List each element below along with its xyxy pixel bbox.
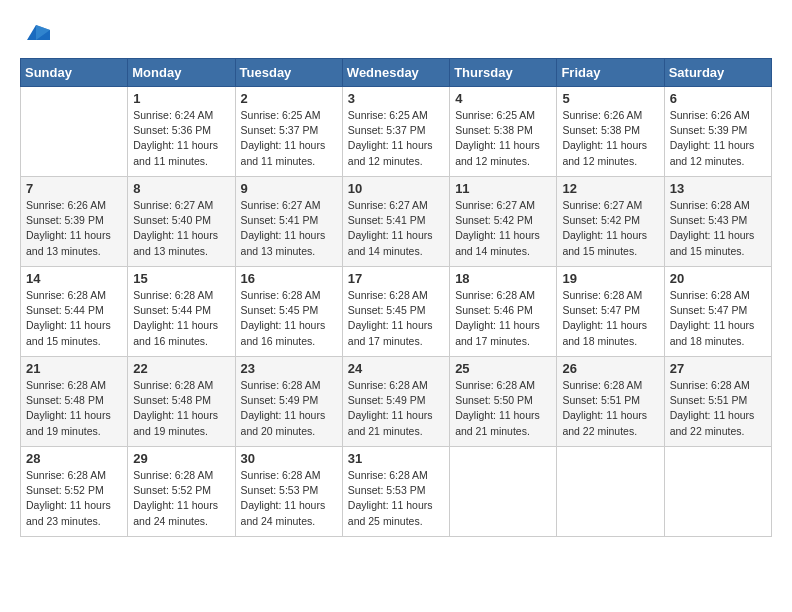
- day-info: Sunrise: 6:28 AM Sunset: 5:45 PM Dayligh…: [241, 288, 337, 349]
- day-number: 19: [562, 271, 658, 286]
- daylight-text: Daylight: 11 hours and 14 minutes.: [455, 229, 540, 256]
- day-info: Sunrise: 6:27 AM Sunset: 5:41 PM Dayligh…: [241, 198, 337, 259]
- sunset-text: Sunset: 5:37 PM: [241, 124, 319, 136]
- weekday-header-saturday: Saturday: [664, 59, 771, 87]
- calendar-cell: 27 Sunrise: 6:28 AM Sunset: 5:51 PM Dayl…: [664, 357, 771, 447]
- calendar-cell: 9 Sunrise: 6:27 AM Sunset: 5:41 PM Dayli…: [235, 177, 342, 267]
- weekday-header-sunday: Sunday: [21, 59, 128, 87]
- daylight-text: Daylight: 11 hours and 16 minutes.: [241, 319, 326, 346]
- day-info: Sunrise: 6:28 AM Sunset: 5:43 PM Dayligh…: [670, 198, 766, 259]
- sunrise-text: Sunrise: 6:27 AM: [133, 199, 213, 211]
- daylight-text: Daylight: 11 hours and 22 minutes.: [670, 409, 755, 436]
- daylight-text: Daylight: 11 hours and 20 minutes.: [241, 409, 326, 436]
- calendar-cell: [664, 447, 771, 537]
- day-number: 5: [562, 91, 658, 106]
- sunset-text: Sunset: 5:52 PM: [26, 484, 104, 496]
- calendar-cell: 15 Sunrise: 6:28 AM Sunset: 5:44 PM Dayl…: [128, 267, 235, 357]
- sunset-text: Sunset: 5:42 PM: [455, 214, 533, 226]
- day-info: Sunrise: 6:28 AM Sunset: 5:53 PM Dayligh…: [241, 468, 337, 529]
- daylight-text: Daylight: 11 hours and 15 minutes.: [670, 229, 755, 256]
- daylight-text: Daylight: 11 hours and 19 minutes.: [26, 409, 111, 436]
- sunrise-text: Sunrise: 6:28 AM: [241, 379, 321, 391]
- sunset-text: Sunset: 5:47 PM: [670, 304, 748, 316]
- sunset-text: Sunset: 5:45 PM: [241, 304, 319, 316]
- calendar-week-row: 7 Sunrise: 6:26 AM Sunset: 5:39 PM Dayli…: [21, 177, 772, 267]
- day-number: 8: [133, 181, 229, 196]
- calendar-cell: 31 Sunrise: 6:28 AM Sunset: 5:53 PM Dayl…: [342, 447, 449, 537]
- daylight-text: Daylight: 11 hours and 21 minutes.: [455, 409, 540, 436]
- sunrise-text: Sunrise: 6:26 AM: [562, 109, 642, 121]
- day-number: 13: [670, 181, 766, 196]
- sunrise-text: Sunrise: 6:27 AM: [562, 199, 642, 211]
- sunset-text: Sunset: 5:51 PM: [670, 394, 748, 406]
- sunrise-text: Sunrise: 6:25 AM: [241, 109, 321, 121]
- daylight-text: Daylight: 11 hours and 21 minutes.: [348, 409, 433, 436]
- sunrise-text: Sunrise: 6:25 AM: [455, 109, 535, 121]
- daylight-text: Daylight: 11 hours and 11 minutes.: [241, 139, 326, 166]
- sunrise-text: Sunrise: 6:28 AM: [562, 379, 642, 391]
- calendar-cell: 2 Sunrise: 6:25 AM Sunset: 5:37 PM Dayli…: [235, 87, 342, 177]
- sunset-text: Sunset: 5:43 PM: [670, 214, 748, 226]
- day-number: 31: [348, 451, 444, 466]
- daylight-text: Daylight: 11 hours and 25 minutes.: [348, 499, 433, 526]
- sunset-text: Sunset: 5:52 PM: [133, 484, 211, 496]
- day-info: Sunrise: 6:28 AM Sunset: 5:51 PM Dayligh…: [562, 378, 658, 439]
- daylight-text: Daylight: 11 hours and 24 minutes.: [133, 499, 218, 526]
- sunrise-text: Sunrise: 6:28 AM: [241, 469, 321, 481]
- calendar-cell: 1 Sunrise: 6:24 AM Sunset: 5:36 PM Dayli…: [128, 87, 235, 177]
- day-info: Sunrise: 6:27 AM Sunset: 5:42 PM Dayligh…: [562, 198, 658, 259]
- day-number: 24: [348, 361, 444, 376]
- day-number: 6: [670, 91, 766, 106]
- sunset-text: Sunset: 5:48 PM: [26, 394, 104, 406]
- day-number: 17: [348, 271, 444, 286]
- day-info: Sunrise: 6:25 AM Sunset: 5:37 PM Dayligh…: [241, 108, 337, 169]
- sunrise-text: Sunrise: 6:28 AM: [348, 289, 428, 301]
- sunset-text: Sunset: 5:50 PM: [455, 394, 533, 406]
- day-number: 14: [26, 271, 122, 286]
- day-info: Sunrise: 6:28 AM Sunset: 5:49 PM Dayligh…: [241, 378, 337, 439]
- sunset-text: Sunset: 5:36 PM: [133, 124, 211, 136]
- day-number: 12: [562, 181, 658, 196]
- calendar-cell: 26 Sunrise: 6:28 AM Sunset: 5:51 PM Dayl…: [557, 357, 664, 447]
- sunset-text: Sunset: 5:39 PM: [26, 214, 104, 226]
- day-number: 2: [241, 91, 337, 106]
- daylight-text: Daylight: 11 hours and 13 minutes.: [133, 229, 218, 256]
- day-number: 11: [455, 181, 551, 196]
- calendar-cell: 18 Sunrise: 6:28 AM Sunset: 5:46 PM Dayl…: [450, 267, 557, 357]
- sunrise-text: Sunrise: 6:28 AM: [133, 469, 213, 481]
- sunrise-text: Sunrise: 6:28 AM: [670, 289, 750, 301]
- calendar-cell: 23 Sunrise: 6:28 AM Sunset: 5:49 PM Dayl…: [235, 357, 342, 447]
- sunset-text: Sunset: 5:44 PM: [26, 304, 104, 316]
- sunrise-text: Sunrise: 6:24 AM: [133, 109, 213, 121]
- day-info: Sunrise: 6:28 AM Sunset: 5:47 PM Dayligh…: [670, 288, 766, 349]
- calendar-cell: 21 Sunrise: 6:28 AM Sunset: 5:48 PM Dayl…: [21, 357, 128, 447]
- day-number: 29: [133, 451, 229, 466]
- sunrise-text: Sunrise: 6:26 AM: [670, 109, 750, 121]
- sunrise-text: Sunrise: 6:28 AM: [348, 469, 428, 481]
- daylight-text: Daylight: 11 hours and 19 minutes.: [133, 409, 218, 436]
- day-info: Sunrise: 6:26 AM Sunset: 5:39 PM Dayligh…: [26, 198, 122, 259]
- day-info: Sunrise: 6:28 AM Sunset: 5:47 PM Dayligh…: [562, 288, 658, 349]
- day-number: 10: [348, 181, 444, 196]
- day-info: Sunrise: 6:28 AM Sunset: 5:48 PM Dayligh…: [26, 378, 122, 439]
- sunrise-text: Sunrise: 6:28 AM: [133, 379, 213, 391]
- day-info: Sunrise: 6:26 AM Sunset: 5:39 PM Dayligh…: [670, 108, 766, 169]
- day-info: Sunrise: 6:27 AM Sunset: 5:41 PM Dayligh…: [348, 198, 444, 259]
- daylight-text: Daylight: 11 hours and 12 minutes.: [348, 139, 433, 166]
- logo: [20, 20, 50, 48]
- daylight-text: Daylight: 11 hours and 16 minutes.: [133, 319, 218, 346]
- sunset-text: Sunset: 5:41 PM: [241, 214, 319, 226]
- day-number: 30: [241, 451, 337, 466]
- sunset-text: Sunset: 5:41 PM: [348, 214, 426, 226]
- sunrise-text: Sunrise: 6:28 AM: [241, 289, 321, 301]
- sunrise-text: Sunrise: 6:28 AM: [133, 289, 213, 301]
- daylight-text: Daylight: 11 hours and 13 minutes.: [26, 229, 111, 256]
- calendar-cell: 13 Sunrise: 6:28 AM Sunset: 5:43 PM Dayl…: [664, 177, 771, 267]
- calendar-cell: 19 Sunrise: 6:28 AM Sunset: 5:47 PM Dayl…: [557, 267, 664, 357]
- sunset-text: Sunset: 5:38 PM: [562, 124, 640, 136]
- sunrise-text: Sunrise: 6:28 AM: [455, 289, 535, 301]
- sunset-text: Sunset: 5:49 PM: [348, 394, 426, 406]
- daylight-text: Daylight: 11 hours and 15 minutes.: [26, 319, 111, 346]
- day-info: Sunrise: 6:24 AM Sunset: 5:36 PM Dayligh…: [133, 108, 229, 169]
- calendar-week-row: 14 Sunrise: 6:28 AM Sunset: 5:44 PM Dayl…: [21, 267, 772, 357]
